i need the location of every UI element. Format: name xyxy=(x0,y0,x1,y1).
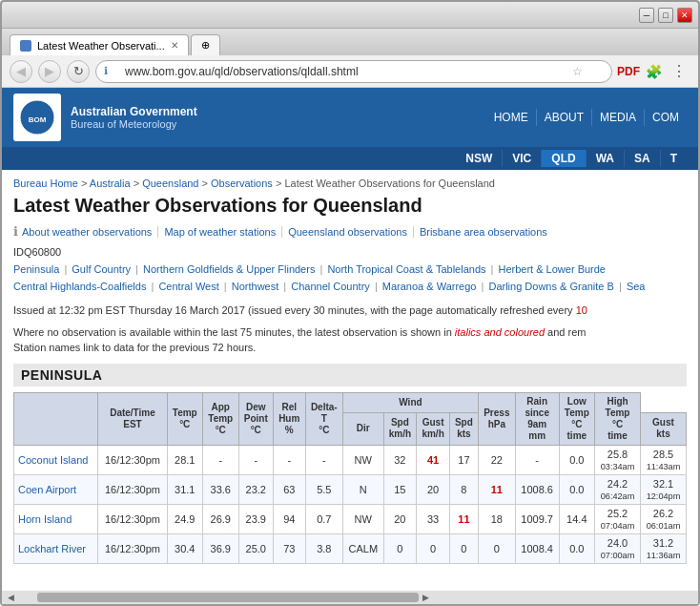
nav-home[interactable]: HOME xyxy=(486,109,536,126)
cell-delta-t: 5.5 xyxy=(305,474,343,504)
region-sea[interactable]: Sea xyxy=(627,281,646,292)
th-low-temp: LowTemp°Ctime xyxy=(559,392,595,445)
station-name: Horn Island xyxy=(14,504,98,533)
table-row: Coen Airport 16/12:30pm 31.1 33.6 23.2 6… xyxy=(14,474,687,504)
cell-dew-point: 23.2 xyxy=(238,474,274,504)
nav-com[interactable]: COM xyxy=(644,109,687,126)
cell-dew-point: 23.9 xyxy=(238,504,274,533)
station-link[interactable]: Coen Airport xyxy=(18,484,76,495)
cell-high-temp: 32.112:04pm xyxy=(640,474,686,504)
region-herbert[interactable]: Herbert & Lower Burde xyxy=(498,263,606,275)
th-wind-gust-kts: Gustkts xyxy=(640,412,686,445)
th-temp: Temp°C xyxy=(167,392,203,445)
th-station xyxy=(14,392,98,445)
address-bar[interactable]: ℹ www.bom.gov.au/qld/observations/qldall… xyxy=(95,60,612,83)
cell-app-temp: 26.9 xyxy=(203,504,239,533)
state-wa[interactable]: WA xyxy=(586,150,624,167)
forward-button[interactable]: ▶ xyxy=(38,60,61,83)
region-northwest[interactable]: Northwest xyxy=(232,281,279,292)
breadcrumb-queensland[interactable]: Queensland xyxy=(142,178,198,189)
link-map-stations[interactable]: Map of weather stations xyxy=(157,226,281,238)
horizontal-scrollbar[interactable]: ◀ ▶ xyxy=(2,591,698,604)
cell-wind-dir: CALM xyxy=(343,533,383,563)
cell-wind-spd: 15 xyxy=(383,474,417,504)
back-button[interactable]: ◀ xyxy=(10,60,32,83)
link-qld-observations[interactable]: Queensland observations xyxy=(281,226,413,238)
svg-text:BOM: BOM xyxy=(29,115,47,124)
scroll-left-arrow[interactable]: ◀ xyxy=(4,593,18,602)
page-title: Latest Weather Observations for Queensla… xyxy=(13,195,687,217)
region-maranoa[interactable]: Maranoa & Warrego xyxy=(382,281,477,292)
station-name: Coconut Island xyxy=(14,445,98,474)
cell-dew-point: - xyxy=(238,445,274,474)
menu-button[interactable]: ⋮ xyxy=(668,62,690,80)
region-channel[interactable]: Channel Country xyxy=(291,281,370,292)
state-sa[interactable]: SA xyxy=(624,150,660,167)
station-name: Coen Airport xyxy=(14,474,98,504)
bookmark-icon[interactable]: ☆ xyxy=(572,65,583,78)
scroll-right-arrow[interactable]: ▶ xyxy=(419,593,433,602)
refresh-button[interactable]: ↻ xyxy=(67,60,90,83)
bureau-name: Bureau of Meteorology xyxy=(71,118,197,130)
breadcrumb-australia[interactable]: Australia xyxy=(90,178,131,189)
region-northern-goldfields[interactable]: Northern Goldfields & Upper Flinders xyxy=(143,263,315,275)
cell-wind-gust-kts: 0 xyxy=(478,533,515,563)
cell-wind-gust-kts: 22 xyxy=(478,445,515,474)
region-gulf[interactable]: Gulf Country xyxy=(72,263,131,275)
observations-table: Date/TimeEST Temp°C AppTemp°C DewPoint°C… xyxy=(13,392,687,564)
cell-delta-t: 3.8 xyxy=(305,533,343,563)
cell-wind-spd-kts: 11 xyxy=(449,504,478,533)
cell-wind-spd: 32 xyxy=(383,445,417,474)
nav-media[interactable]: MEDIA xyxy=(591,109,644,126)
cell-wind-spd-kts: 8 xyxy=(449,474,478,504)
cell-press: 1008.6 xyxy=(515,474,559,504)
cell-wind-spd: 0 xyxy=(383,533,417,563)
minimize-button[interactable]: ─ xyxy=(639,8,654,23)
link-brisbane-observations[interactable]: Brisbane area observations xyxy=(413,226,553,238)
cell-delta-t: 0.7 xyxy=(305,504,343,533)
cell-press: - xyxy=(515,445,559,474)
region-north-tropical[interactable]: North Tropical Coast & Tablelands xyxy=(327,263,485,275)
region-central-west[interactable]: Central West xyxy=(158,281,218,292)
region-central-highlands[interactable]: Central Highlands-Coalfields xyxy=(13,281,146,292)
region-darling-downs[interactable]: Darling Downs & Granite B xyxy=(488,281,613,292)
breadcrumb-observations[interactable]: Observations xyxy=(211,178,273,189)
info-links-bar: ℹ About weather observations Map of weat… xyxy=(13,224,687,239)
cell-press: 1009.7 xyxy=(515,504,559,533)
scrollbar-thumb[interactable] xyxy=(37,593,419,602)
browser-tab-new[interactable]: ⊕ xyxy=(191,34,220,55)
breadcrumb-bureau-home[interactable]: Bureau Home xyxy=(13,178,78,189)
region-peninsula[interactable]: Peninsula xyxy=(13,263,59,275)
url-text: www.bom.gov.au/qld/observations/qldall.s… xyxy=(125,65,359,78)
extension-icon[interactable]: 🧩 xyxy=(643,61,664,82)
state-nsw[interactable]: NSW xyxy=(456,150,502,167)
cell-app-temp: - xyxy=(203,445,239,474)
th-wind-spd-kts: Spdkts xyxy=(449,412,478,445)
cell-low-temp: 24.007:00am xyxy=(595,533,641,563)
issue-notice: Issued at 12:32 pm EST Thursday 16 March… xyxy=(13,303,687,319)
th-wind-dir: Dir xyxy=(343,412,383,445)
th-wind-group: Wind xyxy=(343,392,479,412)
region-links: Peninsula | Gulf Country | Northern Gold… xyxy=(13,261,687,295)
pdf-icon[interactable]: PDF xyxy=(618,61,639,82)
tab-close-icon[interactable]: ✕ xyxy=(171,40,178,51)
info-icon: ℹ xyxy=(13,224,18,239)
cell-wind-dir: NW xyxy=(343,445,383,474)
station-link[interactable]: Coconut Island xyxy=(18,454,88,466)
link-about-observations[interactable]: About weather observations xyxy=(22,226,157,238)
browser-tab-active[interactable]: Latest Weather Observati... ✕ xyxy=(10,34,189,55)
state-qld[interactable]: QLD xyxy=(541,150,585,167)
nav-about[interactable]: ABOUT xyxy=(536,109,591,126)
th-delta-t: Delta-T°C xyxy=(305,392,343,445)
maximize-button[interactable]: □ xyxy=(658,8,673,23)
state-vic[interactable]: VIC xyxy=(502,150,541,167)
state-t[interactable]: T xyxy=(660,150,687,167)
close-button[interactable]: ✕ xyxy=(677,8,692,23)
security-icon: ℹ xyxy=(104,65,108,77)
station-link[interactable]: Lockhart River xyxy=(18,543,86,554)
cell-rain: 0.0 xyxy=(559,474,595,504)
station-link[interactable]: Horn Island xyxy=(18,513,72,525)
th-datetime: Date/TimeEST xyxy=(98,392,167,445)
cell-delta-t: - xyxy=(305,445,343,474)
cell-wind-gust-kts: 18 xyxy=(478,504,515,533)
